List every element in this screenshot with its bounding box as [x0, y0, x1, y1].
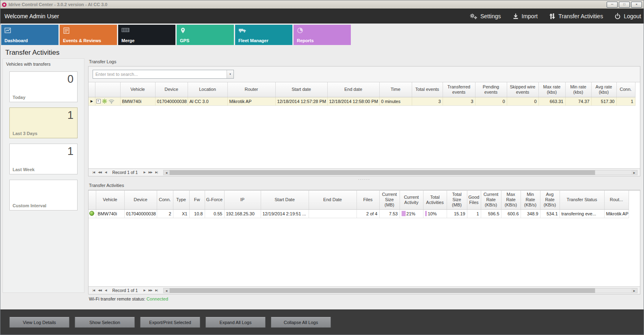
- card-label: Last 3 Days: [13, 131, 37, 136]
- col-type[interactable]: Type: [173, 191, 189, 209]
- expand-all-logs-button[interactable]: Expand All Logs: [205, 317, 266, 328]
- col-transfer-status[interactable]: Transfer Status: [560, 191, 604, 209]
- nav-tile-dashboard[interactable]: Dashboard: [1, 25, 58, 45]
- expand-row-icon[interactable]: +: [96, 99, 101, 103]
- filter-card-last-week[interactable]: 1 Last Week: [9, 144, 78, 174]
- scrollbar-thumb[interactable]: [169, 170, 596, 175]
- col-router[interactable]: Router: [227, 82, 275, 97]
- maximize-button[interactable]: □: [619, 2, 630, 8]
- col-current-size[interactable]: Current Size (MB): [379, 191, 400, 209]
- view-log-details-button[interactable]: View Log Details: [9, 317, 69, 328]
- col-router[interactable]: Rout...: [604, 191, 629, 209]
- next-page-button[interactable]: ▶▶: [147, 171, 154, 174]
- col-end-date[interactable]: End date: [327, 82, 379, 97]
- filter-card-last-3-days[interactable]: 1 Last 3 Days: [9, 107, 78, 138]
- col-total-activities[interactable]: Total Activities: [423, 191, 447, 209]
- col-current-rate[interactable]: Current Rate (KB/s): [481, 191, 501, 209]
- events-list-icon: [63, 27, 70, 34]
- collapse-all-logs-button[interactable]: Collapse All Logs: [271, 317, 331, 328]
- col-location[interactable]: Location: [188, 82, 227, 97]
- scroll-right-icon[interactable]: ▶: [631, 288, 637, 293]
- col-pending-events[interactable]: Pending events: [475, 82, 507, 97]
- col-device[interactable]: Device: [124, 191, 157, 209]
- scroll-right-icon[interactable]: ▶: [631, 170, 637, 175]
- col-avg-rate[interactable]: Avg rate (kbs): [591, 82, 616, 97]
- col-ip[interactable]: IP: [224, 191, 261, 209]
- col-skipped-wire-events[interactable]: Skipped wire events: [507, 82, 538, 97]
- col-good-files[interactable]: Good Files: [467, 191, 481, 209]
- col-avg-rate[interactable]: Avg Rate (KB/s): [540, 191, 560, 209]
- col-conn[interactable]: Conn.: [157, 191, 173, 209]
- wifi-icon: [108, 99, 115, 104]
- last-record-button[interactable]: ▶|: [154, 289, 159, 292]
- prev-record-button[interactable]: ◀: [103, 289, 108, 292]
- col-max-rate[interactable]: Max Rate (KB/s): [501, 191, 521, 209]
- transfer-activities-grid: Vehicle Device Conn. Type Fw G-Force IP …: [89, 190, 640, 286]
- col-start-date[interactable]: Start date: [275, 82, 327, 97]
- table-row[interactable]: ▶ +: [89, 97, 635, 105]
- next-page-button[interactable]: ▶▶: [147, 289, 154, 292]
- col-files[interactable]: Files: [357, 191, 379, 209]
- prev-record-button[interactable]: ◀: [103, 171, 108, 174]
- first-record-button[interactable]: |◀: [91, 171, 96, 174]
- record-counter: Record 1 of 1: [112, 170, 138, 175]
- nav-tile-fleet-manager[interactable]: Fleet Manager: [235, 25, 292, 45]
- col-device[interactable]: Device: [155, 82, 188, 97]
- col-total-events[interactable]: Total events: [412, 82, 443, 97]
- col-min-rate[interactable]: Min Rate (KB/s): [521, 191, 540, 209]
- filter-card-custom-interval[interactable]: Custom Interval: [9, 180, 78, 210]
- first-record-button[interactable]: |◀: [91, 289, 96, 292]
- export-print-selected-button[interactable]: Export/Print Selected: [140, 317, 200, 328]
- col-start-date[interactable]: Start Date: [261, 191, 309, 209]
- nav-tile-events-reviews[interactable]: Events & Reviews: [60, 25, 117, 45]
- col-time[interactable]: Time: [379, 82, 412, 97]
- col-g-force[interactable]: G-Force: [205, 191, 224, 209]
- scroll-left-icon[interactable]: ◀: [164, 170, 169, 175]
- filter-card-today[interactable]: 0 Today: [9, 71, 78, 102]
- col-fw[interactable]: Fw: [189, 191, 205, 209]
- transfer-activities-button[interactable]: Transfer Activities: [549, 13, 603, 19]
- table-row[interactable]: BMW740i 017040000038 2 X1 10.8 0.55 192.…: [89, 209, 629, 218]
- cell-total-size: 15.19: [447, 209, 467, 218]
- cell-start-date: 12/19/2014 2:19:51 ...: [261, 209, 309, 218]
- import-button[interactable]: Import: [512, 13, 538, 19]
- prev-page-button[interactable]: ◀◀: [96, 289, 103, 292]
- close-button[interactable]: ×: [631, 2, 642, 8]
- horizontal-scrollbar[interactable]: ◀ ▶: [163, 288, 638, 293]
- minimize-button[interactable]: ─: [607, 2, 618, 8]
- next-record-button[interactable]: ▶: [142, 289, 147, 292]
- col-vehicle[interactable]: Vehicle: [120, 82, 155, 97]
- scrollbar-thumb[interactable]: [169, 288, 596, 293]
- logout-button[interactable]: Logout: [614, 13, 641, 19]
- titlebar[interactable]: Idrive Control Center - 3.0.2 version - …: [0, 0, 644, 9]
- search-input[interactable]: [93, 70, 227, 78]
- prev-page-button[interactable]: ◀◀: [96, 171, 103, 174]
- topbar-actions: Settings Import: [469, 13, 641, 20]
- nav-tile-merge[interactable]: Merge: [118, 25, 175, 45]
- next-record-button[interactable]: ▶: [142, 171, 147, 174]
- col-total-size[interactable]: Total Size (MB): [447, 191, 467, 209]
- col-vehicle[interactable]: Vehicle: [96, 191, 124, 209]
- col-end-date[interactable]: End Date: [309, 191, 357, 209]
- search-dropdown-button[interactable]: ▼: [227, 70, 233, 78]
- col-conn[interactable]: Conn.: [616, 82, 635, 97]
- scroll-left-icon[interactable]: ◀: [164, 288, 169, 293]
- cell-skipped-wire-events: 0: [507, 97, 538, 105]
- cell-start-date: 12/18/2014 12:57:28 PM: [275, 97, 327, 105]
- gear-status-icon: [102, 99, 107, 104]
- settings-button[interactable]: Settings: [469, 13, 501, 20]
- cell-end-date: [309, 209, 357, 218]
- col-min-rate[interactable]: Min rate (kbs): [565, 82, 591, 97]
- show-selection-button[interactable]: Show Selection: [75, 317, 135, 328]
- horizontal-scrollbar[interactable]: ◀ ▶: [163, 170, 638, 175]
- nav-tile-reports[interactable]: Reports: [294, 25, 351, 45]
- panel-splitter[interactable]: ······: [88, 176, 640, 182]
- col-transferred-events[interactable]: Transferred events: [443, 82, 475, 97]
- cell-router: Mikrotik AP: [604, 209, 629, 218]
- last-record-button[interactable]: ▶|: [154, 171, 159, 174]
- col-max-rate[interactable]: Max rate (kbs): [538, 82, 565, 97]
- nav-tile-label: Dashboard: [4, 38, 28, 43]
- col-current-activity[interactable]: Current Activity: [400, 191, 423, 209]
- logs-pager: |◀ ◀◀ ◀ Record 1 of 1 ▶ ▶▶ ▶| ◀ ▶: [89, 168, 640, 176]
- nav-tile-gps[interactable]: GPS: [177, 25, 234, 45]
